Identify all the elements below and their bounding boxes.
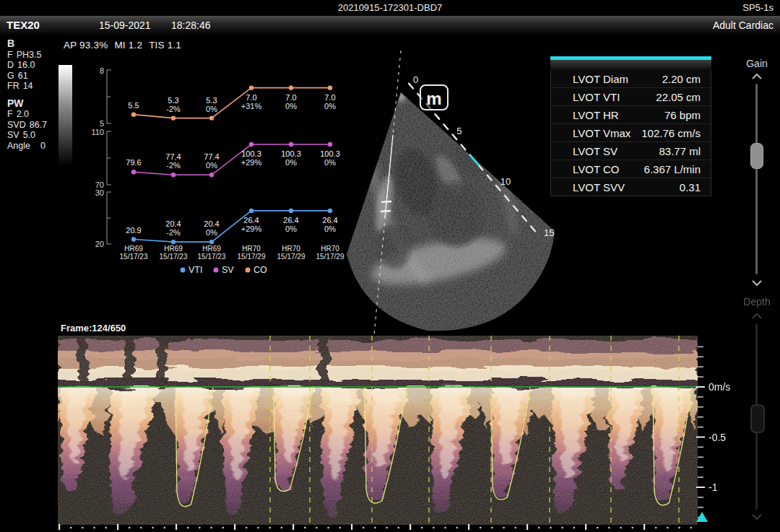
time-ruler-dot — [503, 527, 505, 529]
time-ruler-dot — [515, 527, 517, 529]
trend-ytick: 110 — [91, 128, 104, 136]
trend-pct-label: 0% — [285, 224, 297, 233]
probe-name: SP5-1s — [742, 2, 774, 13]
time-ruler-dot — [199, 527, 201, 529]
param-value: 16.0 — [17, 60, 35, 70]
trend-xlabel-date: 15/17/29 — [316, 253, 344, 261]
trend-ytick: 30 — [95, 188, 104, 197]
param-value: 2.0 — [17, 109, 29, 119]
time-ruler-dot — [550, 527, 552, 529]
trend-point — [328, 142, 332, 147]
measurement-value: 102.76 cm/s — [641, 127, 701, 139]
param-value: 86.7 — [30, 120, 47, 130]
gain-increase-button[interactable] — [750, 72, 763, 81]
trend-xlabel-date: 15/17/29 — [238, 253, 266, 261]
system-name: TEX20 — [6, 19, 40, 31]
measurement-value: 76 bpm — [664, 109, 701, 121]
trend-xlabel-hr: HR69 — [124, 245, 143, 253]
gain-decrease-button[interactable] — [750, 279, 763, 287]
thermal-index: TIS 1.1 — [149, 40, 181, 51]
trend-value-label: 20.4 — [165, 219, 181, 228]
trend-pct-label: 0% — [206, 105, 217, 113]
depth-decrease-button[interactable] — [750, 513, 763, 521]
measurement-value: 2.20 cm — [662, 73, 701, 85]
measurement-label: LVOT HR — [573, 109, 619, 121]
param-label: Angle — [7, 141, 30, 151]
trend-pct-label: 0% — [206, 228, 217, 237]
measurement-row: LVOT HR76 bpm — [551, 105, 711, 123]
mode-parameter-panel: B FPH3.5 D16.0 G61 FR14 PW F2.0 SVD86.7 … — [7, 38, 61, 151]
param-label: F — [7, 109, 13, 119]
time-ruler-dot — [222, 527, 225, 529]
pw-param: SV5.0 — [7, 130, 61, 141]
exam-time: 18:28:46 — [171, 19, 211, 31]
time-ruler-tick — [117, 524, 118, 530]
vendor-logo: m — [426, 89, 441, 108]
pw-sample-gate — [381, 211, 391, 212]
gain-slider-handle[interactable] — [750, 143, 763, 169]
measurement-row: LVOT CO6.367 L/min — [551, 160, 711, 178]
trend-xlabel-hr: HR70 — [282, 245, 300, 253]
pw-param: SVD86.7 — [7, 120, 61, 131]
frame-counter: Frame:124/650 — [61, 323, 126, 333]
time-ruler-tick — [351, 524, 352, 530]
panel-header — [550, 60, 711, 70]
trend-point — [328, 85, 332, 90]
trend-ytick: 5 — [100, 119, 104, 128]
time-ruler-dot — [386, 527, 388, 529]
legend-dot-SV — [214, 268, 219, 273]
time-ruler-dot — [678, 527, 680, 529]
legend-label: VTI — [188, 265, 202, 275]
time-ruler-dot — [573, 527, 576, 529]
time-ruler-dot — [246, 527, 248, 529]
depth-slider-handle[interactable] — [750, 404, 765, 433]
time-ruler-dot — [398, 527, 400, 529]
legend-dot-VTI — [181, 268, 186, 273]
trend-xlabel-hr: HR70 — [242, 245, 261, 253]
info-bar: TEX20 15-09-2021 18:28:46 Adult Cardiac — [0, 16, 780, 35]
doppler-velocity-scale: 0m/s-0.5-1 — [695, 333, 780, 532]
acoustic-power: AP 93.3% — [64, 40, 108, 51]
time-ruler-dot — [491, 527, 493, 529]
param-label: G — [7, 71, 14, 81]
time-ruler-dot — [421, 527, 423, 529]
legend-label: CO — [254, 265, 267, 275]
spectrum-area — [58, 336, 698, 525]
trend-value-label: 5.5 — [128, 101, 139, 110]
trend-xlabel-hr: HR69 — [202, 245, 221, 253]
trend-value-label: 26.4 — [283, 216, 298, 224]
trend-value-label: 79.6 — [126, 158, 141, 167]
b-param: G61 — [7, 71, 61, 82]
chevron-up-icon — [750, 312, 763, 320]
trend-point — [209, 115, 214, 120]
param-value: 0 — [40, 141, 46, 151]
time-ruler-tick — [644, 524, 645, 530]
trend-pct-label: -2% — [166, 161, 181, 170]
sector-tissue — [341, 88, 565, 337]
trend-axis — [107, 131, 111, 185]
trend-point — [289, 142, 293, 147]
trend-value-label: 26.4 — [322, 216, 337, 224]
title-bar: 20210915-172301-DBD7 SP5-1s — [0, 0, 780, 16]
trend-pct-label: -2% — [166, 228, 181, 237]
param-label: F — [7, 50, 13, 60]
b-mode-title: B — [7, 38, 61, 49]
time-ruler-dot — [561, 527, 563, 529]
param-value: PH3.5 — [17, 50, 42, 60]
time-ruler-tick — [292, 524, 294, 530]
trend-value-label: 7.0 — [246, 93, 256, 102]
depth-increase-button[interactable] — [750, 312, 763, 320]
time-ruler-dot — [480, 527, 482, 529]
param-value: 61 — [18, 71, 28, 81]
depth-label: Depth — [735, 296, 779, 308]
time-ruler-tick — [410, 524, 411, 530]
trend-xlabel-hr: HR69 — [164, 245, 183, 253]
pw-mode-title: PW — [7, 98, 61, 109]
time-ruler-tick — [234, 524, 235, 530]
depth-scale-label: 0 — [413, 74, 418, 85]
gain-slider-track[interactable] — [755, 84, 758, 274]
grayscale-colorbar — [58, 65, 72, 166]
scale-label: 0m/s — [708, 381, 730, 393]
study-id: 20210915-172301-DBD7 — [0, 2, 780, 13]
trend-point — [209, 173, 214, 177]
